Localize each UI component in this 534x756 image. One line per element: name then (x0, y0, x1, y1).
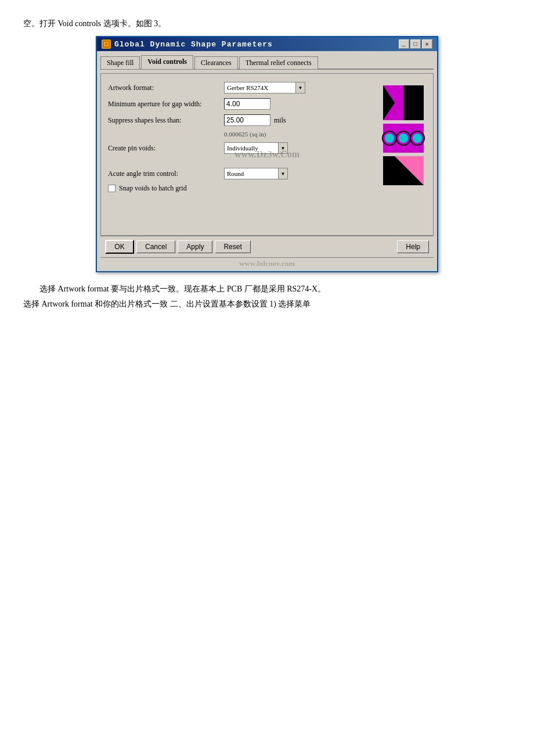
acute-dropdown-arrow[interactable]: ▼ (278, 168, 287, 179)
acute-dropdown[interactable]: Round ▼ (224, 168, 288, 179)
acute-value: Round (225, 170, 278, 178)
create-pin-value: Individually (225, 144, 278, 152)
dialog-buttons: OK Cancel Apply Reset Help (100, 236, 434, 257)
suppress-input[interactable] (224, 114, 270, 126)
bottom-watermark-text: www.bdcoov.com (239, 259, 295, 268)
artwork-dropdown-arrow[interactable]: ▼ (295, 82, 305, 93)
min-aperture-row: Minimum aperture for gap width: (108, 98, 426, 110)
minimize-button[interactable]: _ (399, 39, 409, 49)
acute-angle-label: Acute angle trim control: (108, 170, 224, 178)
snap-voids-label: Snap voids to hatch grid (119, 184, 187, 193)
snap-voids-checkbox[interactable] (108, 185, 116, 192)
preview-img-1 (383, 85, 424, 120)
body-text-1: 选择 Artwork format 要与出片格式一致。现在基本上 PCB 厂都是… (23, 282, 511, 296)
dialog-window: Global Dynamic Shape Parameters _ □ ✕ Sh… (96, 36, 438, 272)
preview-area (383, 85, 424, 185)
titlebar-buttons: _ □ ✕ (399, 39, 432, 49)
create-pin-dropdown[interactable]: Individually ▼ (224, 142, 288, 154)
titlebar-left: Global Dynamic Shape Parameters (102, 39, 273, 49)
min-aperture-label: Minimum aperture for gap width: (108, 100, 224, 109)
bottom-watermark-bar: www.bdcoov.com (100, 257, 434, 268)
dialog-title: Global Dynamic Shape Parameters (114, 40, 273, 49)
cancel-button[interactable]: Cancel (136, 240, 175, 253)
tabs-bar: Shape fill Void controls Clearances Ther… (100, 55, 434, 70)
content-panel: www.Dz3w.Com Artwork format: Gerber RS27… (100, 73, 434, 236)
ok-button[interactable]: OK (105, 240, 134, 254)
dialog-body: Shape fill Void controls Clearances Ther… (97, 51, 437, 271)
body-text-2: 选择 Artwork format 和你的出片格式一致 二、出片设置基本参数设置… (23, 297, 511, 311)
circle-void-3 (411, 132, 424, 145)
create-pin-row: Create pin voids: Individually ▼ (108, 142, 426, 154)
create-pin-dropdown-arrow[interactable]: ▼ (278, 143, 287, 153)
reset-button[interactable]: Reset (215, 240, 250, 253)
preview-img-3 (383, 156, 424, 185)
tab-thermal-relief[interactable]: Thermal relief connects (239, 56, 318, 69)
app-icon (102, 39, 111, 49)
circle-void-2 (397, 132, 410, 145)
artwork-format-row: Artwork format: Gerber RS274X ▼ (108, 82, 426, 93)
preview-pink-triangle (395, 156, 424, 185)
tab-shape-fill[interactable]: Shape fill (100, 56, 140, 69)
suppress-unit: mils (274, 116, 286, 125)
snap-voids-row: Snap voids to hatch grid (108, 184, 426, 193)
artwork-value: Gerber RS274X (225, 84, 295, 92)
svg-rect-2 (105, 43, 107, 45)
suppress-label: Suppress shapes less than: (108, 116, 224, 125)
apply-button[interactable]: Apply (178, 240, 212, 253)
intro-text: 空。打开 Void controls 选项卡。如图 3。 (23, 17, 511, 30)
artwork-label: Artwork format: (108, 84, 224, 92)
tab-clearances[interactable]: Clearances (194, 56, 238, 69)
help-button[interactable]: Help (397, 240, 429, 253)
min-aperture-input[interactable] (224, 98, 270, 110)
maximize-button[interactable]: □ (410, 39, 421, 49)
suppress-row: Suppress shapes less than: mils (108, 114, 426, 126)
close-button[interactable]: ✕ (422, 39, 432, 49)
dialog-titlebar: Global Dynamic Shape Parameters _ □ ✕ (97, 37, 437, 51)
preview-img-2 (383, 124, 424, 153)
circle-void-1 (383, 132, 396, 145)
preview-arrow (383, 85, 395, 120)
acute-angle-row: Acute angle trim control: Round ▼ (108, 168, 426, 179)
preview-black-block (403, 85, 424, 120)
artwork-dropdown[interactable]: Gerber RS274X ▼ (224, 82, 305, 93)
create-pin-label: Create pin voids: (108, 144, 224, 153)
tab-void-controls[interactable]: Void controls (141, 55, 193, 69)
